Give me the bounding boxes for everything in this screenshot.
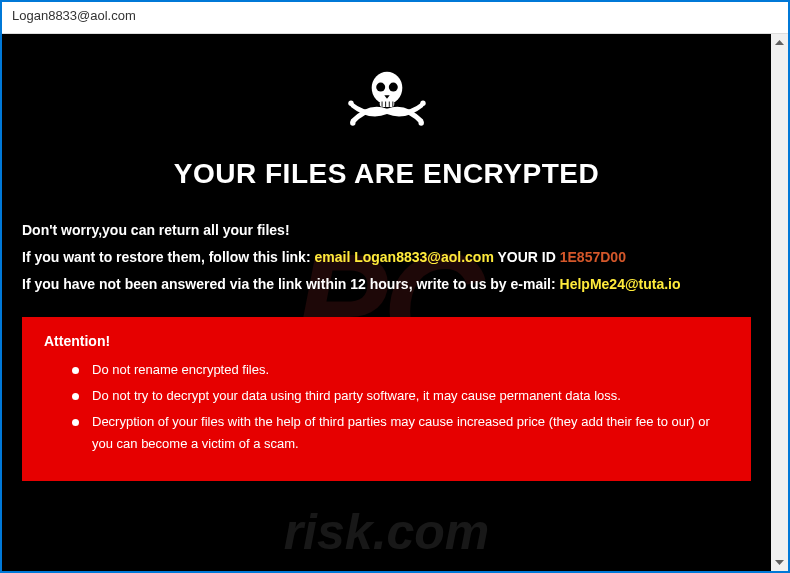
attention-item: Do not try to decrypt your data using th… [72,385,729,407]
svg-rect-6 [388,102,389,107]
svg-rect-5 [385,102,386,107]
your-id-value: 1E857D00 [560,249,626,265]
svg-point-10 [350,120,355,125]
content-wrapper: PC risk.com [2,34,788,571]
svg-point-1 [376,83,385,92]
vertical-scrollbar[interactable] [771,34,788,571]
line2-prefix: If you want to restore them, follow this… [22,249,314,265]
message-line-3: If you have not been answered via the li… [22,274,751,295]
line2-email-label: email [314,249,354,265]
svg-point-0 [371,72,402,104]
svg-point-8 [348,101,353,106]
skull-logo [22,64,751,143]
watermark-sub: risk.com [284,503,490,561]
message-line-2: If you want to restore them, follow this… [22,247,751,268]
attention-title: Attention! [44,333,729,349]
pirate-skull-icon [342,64,432,139]
contact-email-secondary: HelpMe24@tuta.io [560,276,681,292]
svg-rect-4 [381,102,382,107]
main-content: PC risk.com [2,34,771,571]
your-id-label: YOUR ID [494,249,560,265]
scroll-down-arrow-icon[interactable] [771,554,788,571]
attention-item: Decryption of your files with the help o… [72,411,729,455]
line3-prefix: If you have not been answered via the li… [22,276,560,292]
scroll-up-arrow-icon[interactable] [771,34,788,51]
svg-point-2 [388,83,397,92]
contact-email-primary: Logan8833@aol.com [354,249,494,265]
window-titlebar: Logan8833@aol.com [2,2,788,34]
main-heading: YOUR FILES ARE ENCRYPTED [22,158,751,190]
attention-box: Attention! Do not rename encrypted files… [22,317,751,481]
attention-item: Do not rename encrypted files. [72,359,729,381]
attention-list: Do not rename encrypted files. Do not tr… [44,359,729,455]
window-title: Logan8833@aol.com [12,8,136,23]
svg-point-9 [420,101,425,106]
svg-point-11 [418,120,423,125]
svg-rect-7 [392,102,393,107]
message-line-1: Don't worry,you can return all your file… [22,220,751,241]
